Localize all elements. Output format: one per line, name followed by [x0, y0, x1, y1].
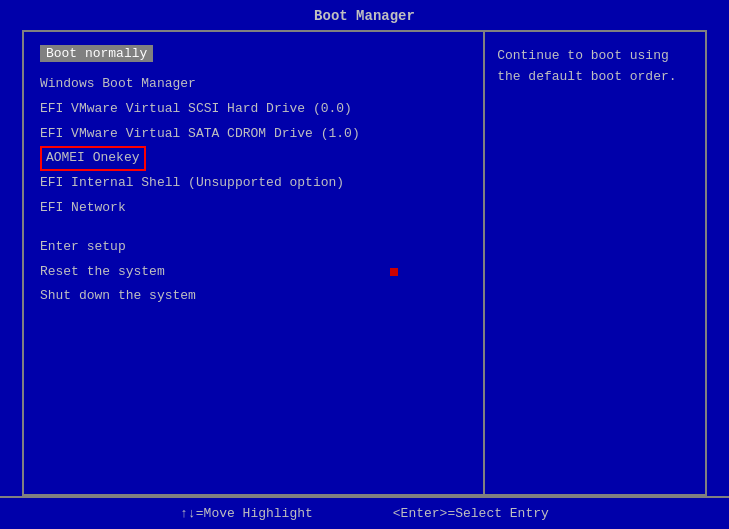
menu-item-shutdown[interactable]: Shut down the system [40, 284, 467, 309]
right-panel: Continue to boot using the default boot … [485, 32, 705, 494]
menu-item-efi-network[interactable]: EFI Network [40, 196, 467, 221]
menu-item-reset[interactable]: Reset the system [40, 260, 467, 285]
red-dot-indicator [390, 268, 398, 276]
status-bar-content: ↑↓=Move Highlight <Enter>=Select Entry [0, 506, 729, 521]
menu-item-enter-setup[interactable]: Enter setup [40, 235, 467, 260]
status-bar: ↑↓=Move Highlight <Enter>=Select Entry [0, 496, 729, 529]
status-move: ↑↓=Move Highlight [180, 506, 313, 521]
menu-item-efi-sata[interactable]: EFI VMware Virtual SATA CDROM Drive (1.0… [40, 122, 467, 147]
menu-item-efi-scsi[interactable]: EFI VMware Virtual SCSI Hard Drive (0.0) [40, 97, 467, 122]
page-title: Boot Manager [0, 0, 729, 30]
menu-item-windows-boot[interactable]: Windows Boot Manager [40, 72, 467, 97]
description-text: Continue to boot using the default boot … [497, 46, 693, 88]
menu-item-efi-shell[interactable]: EFI Internal Shell (Unsupported option) [40, 171, 467, 196]
menu-item-aomei[interactable]: AOMEI Onekey [40, 146, 146, 171]
status-select: <Enter>=Select Entry [393, 506, 549, 521]
selected-item: Boot normally [40, 45, 153, 62]
left-panel: Boot normally Windows Boot Manager EFI V… [24, 32, 485, 494]
menu-group: Windows Boot Manager EFI VMware Virtual … [40, 72, 467, 221]
main-panel: Boot normally Windows Boot Manager EFI V… [22, 30, 707, 496]
menu-group-system: Enter setup Reset the system Shut down t… [40, 235, 467, 309]
